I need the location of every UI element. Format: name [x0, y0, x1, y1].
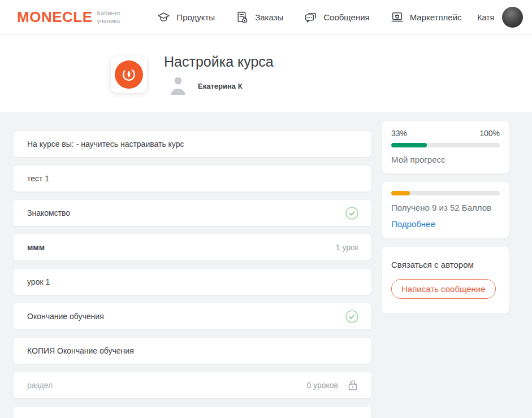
course-header: Настройка курса Екатерина К [0, 35, 532, 112]
lock-icon [347, 379, 358, 391]
nav-item-products[interactable]: Продукты [157, 10, 215, 24]
nav-label: Сообщения [323, 12, 369, 22]
course-author[interactable]: Екатерина К [168, 75, 243, 97]
page-title: Настройка курса [164, 54, 274, 70]
top-navbar: MONECLE Кабинет ученика Продукты [0, 0, 532, 35]
nav-item-messages[interactable]: Сообщения [304, 10, 369, 24]
lesson-row[interactable]: тест 1 [14, 166, 371, 191]
progress-current: 33% [391, 129, 407, 138]
progress-max: 100% [479, 129, 500, 138]
logo[interactable]: MONECLE Кабинет ученика [17, 8, 120, 26]
orders-icon [235, 10, 249, 24]
progress-bar-fill [391, 143, 427, 147]
contact-title: Связаться с автором [391, 260, 500, 269]
lesson-row[interactable]: ммм 1 урок [14, 234, 371, 260]
author-name: Екатерина К [198, 82, 243, 90]
lesson-label: Знакомство [27, 208, 70, 217]
graduation-cap-icon [157, 10, 171, 24]
points-bar-track [391, 191, 500, 195]
lesson-label: Окончание обучения [27, 312, 104, 321]
lesson-row[interactable]: раздел 0 уроков [14, 372, 371, 398]
course-logo-card [111, 56, 147, 93]
nav-label: Маркетплейс [410, 12, 462, 22]
marketplace-icon [390, 10, 404, 24]
lesson-meta: 0 уроков [306, 381, 338, 390]
messages-icon [304, 10, 318, 24]
progress-bar-track [391, 143, 500, 147]
logo-subtitle: Кабинет ученика [97, 10, 121, 25]
lesson-row[interactable] [14, 407, 371, 418]
lesson-row[interactable]: Окончание обучения [14, 303, 371, 329]
user-name: Катя [477, 13, 494, 22]
author-avatar-icon [168, 75, 188, 97]
logo-wordmark: MONECLE [17, 8, 93, 26]
completed-check-icon [345, 310, 358, 323]
user-avatar[interactable] [502, 7, 523, 28]
main-nav: Продукты Заказы [157, 10, 461, 24]
lesson-label: урок 1 [27, 277, 50, 286]
nav-label: Продукты [176, 12, 215, 22]
lesson-meta: 1 урок [336, 243, 358, 252]
page: MONECLE Кабинет ученика Продукты [0, 0, 532, 418]
lesson-row[interactable]: Знакомство [14, 200, 371, 226]
completed-check-icon [345, 207, 358, 220]
lesson-label: На курсе вы: - научитесь настраивать кур… [27, 140, 184, 149]
points-card: Получено 9 из 52 Баллов Подробнее [382, 182, 509, 238]
nav-label: Заказы [255, 12, 283, 22]
lesson-label: КОПИЯ Окончание обучения [27, 346, 134, 355]
progress-card: 33% 100% Мой прогресс [382, 121, 509, 173]
points-bar-fill [391, 191, 410, 195]
nav-item-marketplace[interactable]: Маркетплейс [390, 10, 462, 24]
progress-caption: Мой прогресс [391, 155, 500, 164]
points-caption: Получено 9 из 52 Баллов [391, 203, 500, 212]
lesson-label: ммм [27, 243, 45, 252]
lesson-row[interactable]: На курсе вы: - научитесь настраивать кур… [14, 131, 371, 157]
nav-item-orders[interactable]: Заказы [235, 10, 283, 24]
lesson-label: раздел [27, 381, 53, 390]
lesson-label: тест 1 [27, 174, 49, 183]
lesson-list: На курсе вы: - научитесь настраивать кур… [14, 131, 371, 418]
contact-author-card: Связаться с автором Написать сообщение [382, 247, 509, 314]
user-menu[interactable]: Катя [477, 7, 523, 28]
lesson-row[interactable]: КОПИЯ Окончание обучения [14, 338, 371, 364]
lesson-row[interactable]: урок 1 [14, 269, 371, 295]
write-message-button[interactable]: Написать сообщение [391, 279, 496, 299]
course-logo-icon [115, 60, 143, 89]
sidebar: 33% 100% Мой прогресс Получено 9 из 52 Б… [382, 121, 509, 322]
points-details-link[interactable]: Подробнее [391, 219, 435, 229]
